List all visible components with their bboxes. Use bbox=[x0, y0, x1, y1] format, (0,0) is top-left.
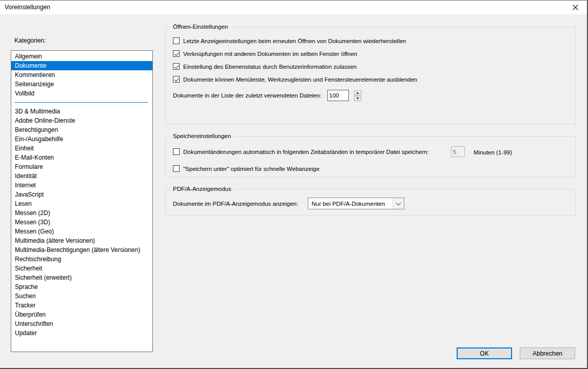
categories-listbox[interactable]: AllgemeinDokumenteKommentierenSeitenanze… bbox=[11, 50, 153, 352]
close-icon bbox=[573, 5, 578, 10]
checkbox-layer-state[interactable] bbox=[173, 63, 180, 70]
category-item-updater[interactable]: Updater bbox=[11, 328, 152, 338]
close-button[interactable] bbox=[564, 1, 587, 14]
checkbox-autosave[interactable] bbox=[173, 148, 180, 155]
pdfa-row: Dokumente im PDF/A-Anzeigemodus anzeigen… bbox=[173, 198, 570, 209]
pdfa-label: Dokumente im PDF/A-Anzeigemodus anzeigen… bbox=[173, 200, 298, 207]
category-item-messen-2d[interactable]: Messen (2D) bbox=[11, 208, 152, 218]
autosave-row: Dokumentänderungen automatisch in folgen… bbox=[173, 148, 570, 156]
category-item-tracker[interactable]: Tracker bbox=[11, 301, 152, 310]
category-item-allgemein[interactable]: Allgemein bbox=[11, 52, 152, 61]
category-item-messen-geo[interactable]: Messen (Geo) bbox=[11, 227, 152, 236]
autosave-label: Dokumentänderungen automatisch in folgen… bbox=[183, 148, 429, 156]
checkbox-label: Letzte Anzeigeeinstellungen beim erneute… bbox=[183, 37, 406, 45]
chevron-down-icon bbox=[396, 200, 401, 205]
checkbox-open-links-same-window[interactable] bbox=[173, 50, 180, 57]
preferences-dialog: Voreinstellungen Kategorien: AllgemeinDo… bbox=[0, 0, 588, 369]
checkbox-label: Einstellung des Ebenenstatus durch Benut… bbox=[183, 63, 357, 70]
category-item-einheit[interactable]: Einheit bbox=[11, 144, 152, 153]
group-open-settings: Öffnen-Einstellungen Letzte Anzeigeeinst… bbox=[165, 27, 576, 125]
checkbox-row: "Speichern unter" optimiert für schnelle… bbox=[173, 165, 570, 172]
category-item-sicherheit[interactable]: Sicherheit bbox=[11, 264, 152, 273]
category-item-messen-3d[interactable]: Messen (3D) bbox=[11, 218, 152, 227]
category-item-überprüfen[interactable]: Überprüfen bbox=[11, 310, 152, 319]
category-item-unterschriften[interactable]: Unterschriften bbox=[11, 319, 152, 328]
category-item-rechtschreibung[interactable]: Rechtschreibung bbox=[11, 255, 152, 264]
category-item-vollbild[interactable]: Vollbild bbox=[11, 89, 152, 98]
recent-files-label: Dokumente in der Liste der zuletzt verwe… bbox=[173, 92, 322, 99]
category-item-kommentieren[interactable]: Kommentieren bbox=[11, 70, 152, 80]
category-item-formulare[interactable]: Formulare bbox=[11, 162, 152, 171]
dropdown-button[interactable] bbox=[393, 198, 404, 209]
category-item-javascript[interactable]: JavaScript bbox=[11, 190, 152, 199]
category-item-suchen[interactable]: Suchen bbox=[11, 292, 152, 301]
group-save-settings-title: Speichereinstellungen bbox=[170, 132, 233, 140]
category-item-e-mail-konten[interactable]: E-Mail-Konten bbox=[11, 153, 152, 162]
category-item-seitenanzeige[interactable]: Seitenanzeige bbox=[11, 80, 152, 89]
dialog-body: Kategorien: AllgemeinDokumenteKommentier… bbox=[0, 14, 587, 368]
category-list-primary: AllgemeinDokumenteKommentierenSeitenanze… bbox=[11, 52, 152, 98]
ok-button[interactable]: OK bbox=[457, 347, 512, 359]
pdfa-mode-dropdown[interactable]: Nur bei PDF/A-Dokumenten bbox=[308, 198, 404, 209]
category-item-berechtigungen[interactable]: Berechtigungen bbox=[11, 125, 152, 134]
checkbox-row: Dokumente können Menüleiste, Werkzeuglei… bbox=[173, 76, 570, 83]
group-open-settings-title: Öffnen-Einstellungen bbox=[170, 23, 230, 30]
category-separator bbox=[11, 98, 152, 107]
checkbox-row: Einstellung des Ebenenstatus durch Benut… bbox=[173, 63, 570, 70]
spin-down-button[interactable] bbox=[354, 96, 361, 101]
autosave-unit-label: Minuten (1-99) bbox=[474, 149, 512, 156]
category-item-dokumente[interactable]: Dokumente bbox=[11, 61, 152, 70]
category-item-internet[interactable]: Internet bbox=[11, 181, 152, 190]
category-item-lesen[interactable]: Lesen bbox=[11, 199, 152, 208]
checkbox-label: Dokumente können Menüleiste, Werkzeuglei… bbox=[183, 76, 417, 83]
cancel-button[interactable]: Abbrechen bbox=[520, 347, 575, 359]
category-item-sprache[interactable]: Sprache bbox=[11, 282, 152, 292]
arrow-up-icon bbox=[356, 92, 359, 94]
titlebar[interactable]: Voreinstellungen bbox=[0, 1, 587, 14]
category-list-secondary: 3D & MultimediaAdobe Online-DiensteBerec… bbox=[11, 107, 152, 338]
arrow-down-icon bbox=[356, 98, 359, 100]
autosave-minutes-input bbox=[451, 146, 465, 157]
checkbox-row: Verknüpfungen mit anderen Dokumenten im … bbox=[173, 50, 570, 57]
category-item-adobe-online-dienste[interactable]: Adobe Online-Dienste bbox=[11, 116, 152, 125]
checkbox-fast-web-view[interactable] bbox=[173, 165, 180, 172]
category-item-multimedia-ältere-versionen[interactable]: Multimedia (ältere Versionen) bbox=[11, 236, 152, 245]
category-item-3d-multimedia[interactable]: 3D & Multimedia bbox=[11, 107, 152, 116]
checkbox-label: Verknüpfungen mit anderen Dokumenten im … bbox=[183, 50, 357, 57]
recent-files-row: Dokumente in der Liste der zuletzt verwe… bbox=[173, 90, 570, 101]
category-item-identität[interactable]: Identität bbox=[11, 171, 152, 181]
group-save-settings: Speichereinstellungen Dokumentänderungen… bbox=[165, 136, 576, 178]
pdfa-mode-selected-value: Nur bei PDF/A-Dokumenten bbox=[308, 201, 393, 207]
checkbox-label: "Speichern unter" optimiert für schnelle… bbox=[183, 165, 320, 172]
group-pdfa-mode: PDF/A-Anzeigemodus Dokumente im PDF/A-An… bbox=[165, 189, 576, 216]
checkbox-hide-ui-elements[interactable] bbox=[173, 76, 180, 83]
group-pdfa-title: PDF/A-Anzeigemodus bbox=[170, 185, 234, 192]
checkbox-row: Letzte Anzeigeeinstellungen beim erneute… bbox=[173, 37, 570, 45]
category-item-multimedia-berechtigungen-ältere-versionen[interactable]: Multimedia-Berechtigungen (ältere Versio… bbox=[11, 245, 152, 255]
window-title: Voreinstellungen bbox=[5, 1, 50, 14]
categories-label: Kategorien: bbox=[14, 37, 46, 44]
checkbox-restore-last-view[interactable] bbox=[173, 37, 180, 44]
category-item-sicherheit-erweitert[interactable]: Sicherheit (erweitert) bbox=[11, 273, 152, 282]
recent-files-stepper bbox=[354, 90, 361, 101]
category-item-ein-ausgabehilfe[interactable]: Ein-/Ausgabehilfe bbox=[11, 134, 152, 144]
recent-files-input[interactable] bbox=[327, 90, 349, 101]
spin-up-button[interactable] bbox=[354, 90, 361, 95]
